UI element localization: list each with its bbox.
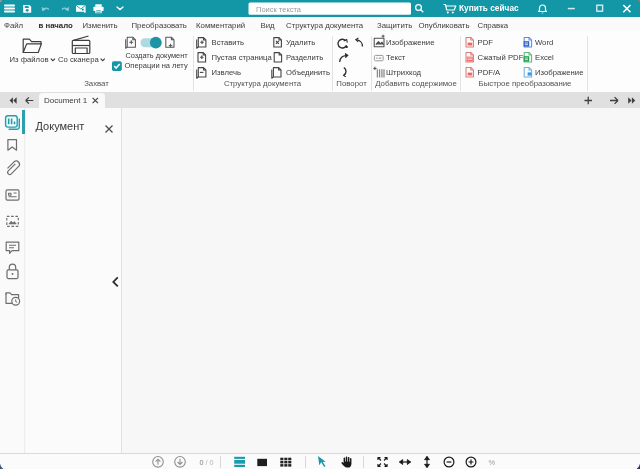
svg-text:Document 1: Document 1 [44,96,88,105]
svg-text:%: % [489,458,496,467]
svg-text:0 / 0: 0 / 0 [200,458,214,467]
svg-text:Поиск текста: Поиск текста [256,5,302,14]
svg-text:Купить сейчас: Купить сейчас [459,3,519,13]
